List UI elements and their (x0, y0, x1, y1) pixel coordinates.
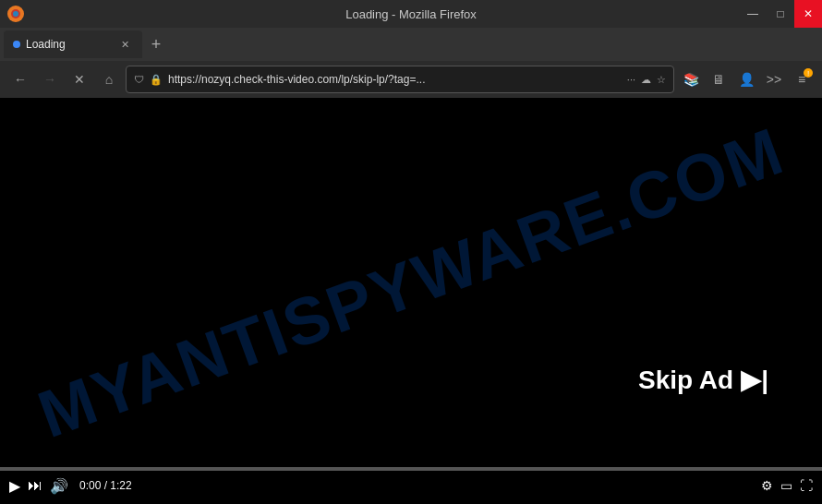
tab-title: Loading (26, 38, 111, 51)
minimize-button[interactable]: — (739, 0, 767, 28)
settings-button[interactable]: ⚙ (761, 478, 773, 493)
forward-button[interactable]: → (37, 66, 63, 92)
new-tab-button[interactable]: + (142, 30, 170, 58)
library-button[interactable]: 📚 (678, 66, 704, 92)
theater-button[interactable]: ▭ (780, 478, 792, 493)
notification-badge: ! (804, 68, 813, 78)
next-button[interactable]: ⏭ (28, 477, 42, 494)
tab-loading-indicator (13, 41, 20, 48)
play-button[interactable]: ▶ (9, 477, 20, 495)
title-bar: Loading - Mozilla Firefox — □ ✕ (0, 0, 822, 28)
close-button[interactable]: ✕ (794, 0, 822, 28)
address-bar[interactable]: 🛡 🔒 https://nozyq.check-this-video.com/l… (126, 66, 674, 93)
active-tab[interactable]: Loading ✕ (4, 30, 142, 58)
skip-ad-label: Skip Ad (638, 366, 733, 395)
skip-ad-button[interactable]: Skip Ad ▶| (612, 348, 794, 412)
video-area: MYANTISPYWARE.COM Skip Ad ▶| (0, 98, 822, 467)
nav-bar: ← → ✕ ⌂ 🛡 🔒 https://nozyq.check-this-vid… (0, 61, 822, 98)
tab-bar: Loading ✕ + (0, 28, 822, 61)
sync-button[interactable]: 🖥 (706, 66, 731, 92)
pocket-icon[interactable]: ☁ (641, 74, 651, 86)
stop-button[interactable]: ✕ (66, 66, 92, 92)
tab-close-button[interactable]: ✕ (116, 36, 133, 53)
more-icon[interactable]: ··· (627, 74, 635, 85)
maximize-button[interactable]: □ (767, 0, 794, 28)
shield-icon: 🛡 (134, 74, 144, 85)
window-title: Loading - Mozilla Firefox (345, 7, 477, 21)
extensions-button[interactable]: >> (761, 66, 787, 92)
firefox-icon (7, 6, 24, 22)
back-button[interactable]: ← (7, 66, 33, 92)
url-display: https://nozyq.check-this-video.com/lp/sk… (168, 73, 622, 86)
fullscreen-button[interactable]: ⛶ (800, 478, 813, 493)
star-icon[interactable]: ☆ (657, 74, 666, 86)
volume-button[interactable]: 🔊 (50, 477, 68, 495)
video-controls: ▶ ⏭ 🔊 0:00 / 1:22 ⚙ ▭ ⛶ (0, 467, 822, 504)
nav-right-icons: 📚 🖥 👤 >> ≡ ! (678, 66, 815, 92)
skip-ad-icon: ▶| (741, 365, 768, 395)
progress-bar-container[interactable] (0, 467, 822, 471)
home-button[interactable]: ⌂ (96, 66, 122, 92)
time-display: 0:00 / 1:22 (79, 479, 132, 492)
lock-icon: 🔒 (150, 74, 163, 86)
menu-button[interactable]: ≡ ! (789, 66, 815, 92)
account-button[interactable]: 👤 (733, 66, 759, 92)
svg-point-2 (13, 11, 18, 17)
window-controls: — □ ✕ (739, 0, 822, 28)
